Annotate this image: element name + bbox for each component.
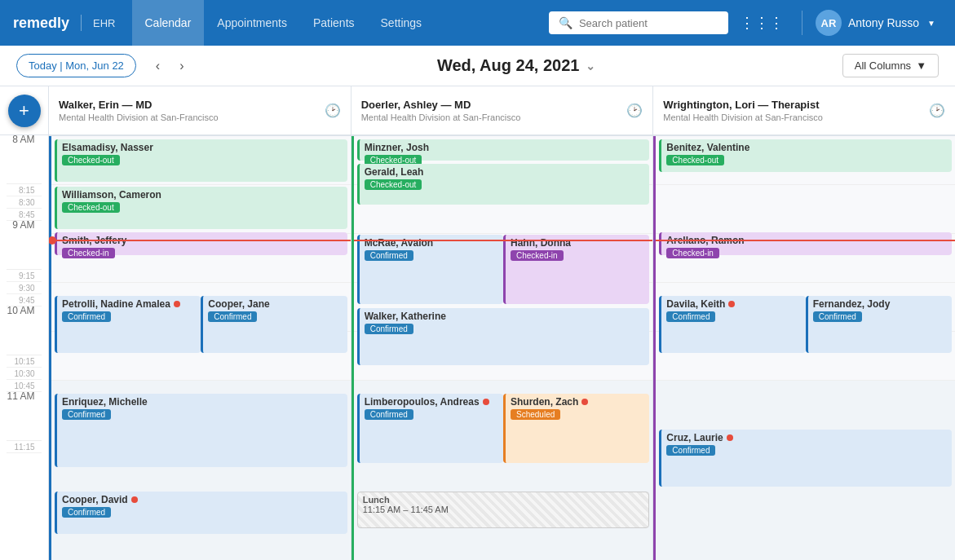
appt-williamson[interactable]: Williamson, Cameron Checked-out (55, 187, 347, 229)
nav-arrows: ‹ › (149, 55, 191, 77)
add-col: + 8 AM 8:15 8:30 8:45 9 AM 9:15 9:30 9:4… (0, 86, 49, 560)
logo-ehr: EHR (93, 17, 115, 29)
main-content: Today | Mon, Jun 22 ‹ › Wed, Aug 24, 202… (0, 46, 955, 560)
appt-hahn[interactable]: Hahn, Donna Checked-in (503, 235, 649, 304)
nav-appointments[interactable]: Appointments (204, 0, 300, 46)
appt-benitez[interactable]: Benitez, Valentine Checked-out (659, 139, 952, 172)
provider-header-walker: Walker, Erin — MD Mental Health Division… (49, 86, 351, 135)
col-bar-doerler (351, 136, 354, 560)
col-wrightington: Benitez, Valentine Checked-out Arellano,… (653, 136, 955, 560)
logo-divider (81, 15, 82, 31)
current-time-line-wrightington (656, 240, 955, 241)
provider-header-doerler: Doerler, Ashley — MD Mental Health Divis… (351, 86, 654, 135)
time-9am: 9 AM (7, 221, 41, 270)
search-box[interactable]: 🔍 (549, 11, 728, 34)
col-walker: Elsamadisy, Nasser Checked-out Williamso… (49, 136, 351, 560)
search-input[interactable] (579, 17, 718, 29)
appt-gerald[interactable]: Gerald, Leah Checked-out (357, 164, 650, 205)
chevron-down-icon: ▼ (927, 19, 935, 28)
logo-text: remedly (13, 15, 69, 32)
appt-cruz[interactable]: Cruz, Laurie Confirmed (659, 430, 952, 487)
appt-fernandez[interactable]: Fernandez, Jody Confirmed (806, 296, 952, 353)
date-title: Wed, Aug 24, 2021 ⌄ (204, 56, 829, 75)
main-nav: Calendar Appointments Patients Settings (132, 0, 435, 46)
avatar: AR (816, 10, 842, 36)
appt-cooper-jane[interactable]: Cooper, Jane Confirmed (201, 296, 347, 353)
today-button[interactable]: Today | Mon, Jun 22 (16, 54, 136, 77)
nav-calendar[interactable]: Calendar (132, 0, 205, 46)
provider-clock-icon-wrightington[interactable]: 🕑 (929, 103, 945, 118)
add-header: + (0, 86, 48, 135)
appt-davila[interactable]: Davila, Keith Confirmed (659, 296, 805, 353)
appt-arellano[interactable]: Arellano, Ramon Checked-in (659, 232, 952, 255)
header: remedly EHR Calendar Appointments Patien… (0, 0, 955, 46)
nav-patients[interactable]: Patients (300, 0, 368, 46)
current-time-line-doerler (354, 240, 653, 241)
provider-header-wrightington: Wrightington, Lori — Therapist Mental He… (653, 86, 955, 135)
appt-elsamadisy[interactable]: Elsamadisy, Nasser Checked-out (55, 139, 347, 182)
grid-icon[interactable]: ⋮⋮⋮ (740, 14, 784, 32)
appt-enriquez[interactable]: Enriquez, Michelle Confirmed (55, 394, 347, 467)
calendar-toolbar: Today | Mon, Jun 22 ‹ › Wed, Aug 24, 202… (0, 46, 955, 86)
time-1115: 11:15 (7, 441, 41, 453)
prev-button[interactable]: ‹ (149, 55, 166, 77)
user-info[interactable]: AR Antony Russo ▼ (809, 10, 942, 36)
search-icon: 🔍 (559, 16, 573, 29)
columns-button[interactable]: All Columns ▼ (842, 54, 939, 77)
nav-settings[interactable]: Settings (368, 0, 435, 46)
provider-sub-walker: Mental Health Division at San-Francisco (59, 112, 219, 122)
current-time-line (51, 240, 351, 241)
appt-petrolli[interactable]: Petrolli, Nadine Amalea Confirmed (55, 296, 201, 353)
col-doerler: Minzner, Josh Checked-out Gerald, Leah C… (351, 136, 654, 560)
provider-sub-doerler: Mental Health Division at San-Francisco (361, 112, 521, 122)
logo: remedly EHR (13, 15, 116, 32)
appt-smith[interactable]: Smith, Jeffery Checked-in (55, 232, 347, 255)
time-930: 9:30 (7, 282, 41, 294)
columns-chevron-icon: ▼ (916, 60, 926, 72)
appt-shurden[interactable]: Shurden, Zach Scheduled (503, 394, 649, 463)
time-11am: 11 AM (7, 392, 41, 441)
provider-name-doerler: Doerler, Ashley — MD (361, 99, 521, 111)
time-915: 9:15 (7, 270, 41, 282)
time-830: 8:30 (7, 196, 41, 209)
appt-limberopoulos[interactable]: Limberopoulos, Andreas Confirmed (357, 394, 503, 463)
appt-lunch[interactable]: Lunch 11:15 AM – 11:45 AM (357, 492, 650, 528)
provider-name-wrightington: Wrightington, Lori — Therapist (663, 99, 823, 111)
time-1030: 10:30 (7, 368, 41, 380)
provider-sub-wrightington: Mental Health Division at San-Francisco (663, 112, 823, 122)
provider-clock-icon-doerler[interactable]: 🕑 (626, 103, 643, 118)
col-bar-walker (49, 136, 51, 560)
next-button[interactable]: › (173, 55, 190, 77)
provider-clock-icon-walker[interactable]: 🕑 (325, 103, 341, 118)
time-8am: 8 AM (7, 135, 41, 184)
appt-minzner[interactable]: Minzner, Josh Checked-out (357, 139, 650, 161)
col-bar-wrightington (653, 136, 656, 560)
appt-walker-katherine[interactable]: Walker, Katherine Confirmed (357, 308, 650, 365)
time-1015: 10:15 (7, 355, 41, 368)
appt-mcrae[interactable]: McRae, Avalon Confirmed (357, 235, 503, 304)
appt-cooper-david[interactable]: Cooper, David Confirmed (55, 492, 347, 534)
add-appointment-button[interactable]: + (8, 95, 41, 127)
time-815: 8:15 (7, 184, 41, 196)
user-name: Antony Russo (848, 16, 919, 29)
provider-name-walker: Walker, Erin — MD (59, 99, 219, 111)
calendar-body: + 8 AM 8:15 8:30 8:45 9 AM 9:15 9:30 9:4… (0, 86, 955, 560)
date-chevron-icon[interactable]: ⌄ (586, 60, 595, 73)
header-divider (802, 11, 802, 35)
time-10am: 10 AM (7, 306, 41, 355)
